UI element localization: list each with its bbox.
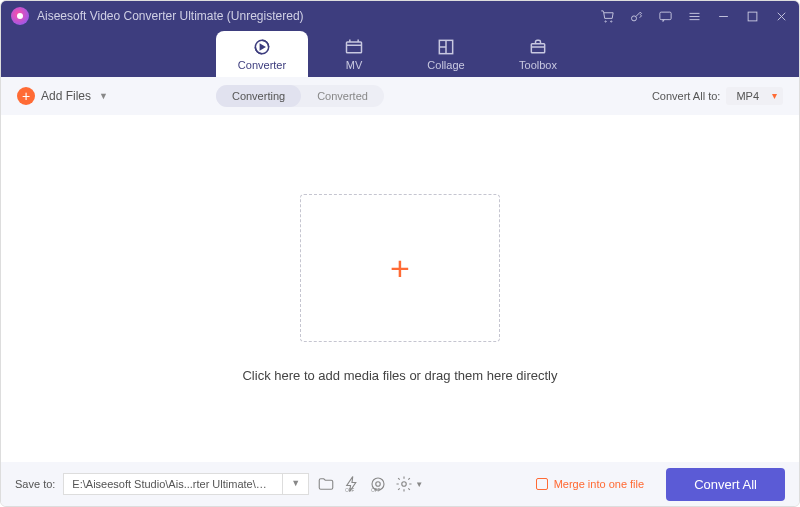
dropzone-plus-icon: + bbox=[390, 249, 410, 288]
merge-label: Merge into one file bbox=[554, 478, 645, 490]
save-path-field[interactable]: E:\Aiseesoft Studio\Ais...rter Ultimate\… bbox=[63, 473, 283, 495]
svg-text:OFF: OFF bbox=[372, 488, 381, 493]
tab-converter-label: Converter bbox=[238, 59, 286, 71]
svg-rect-3 bbox=[660, 12, 671, 20]
footer: Save to: E:\Aiseesoft Studio\Ais...rter … bbox=[1, 462, 799, 506]
segment-converted[interactable]: Converted bbox=[301, 85, 384, 107]
tab-collage[interactable]: Collage bbox=[400, 31, 492, 77]
status-segment: Converting Converted bbox=[216, 85, 384, 107]
convert-all-label: Convert All to: bbox=[652, 90, 720, 102]
svg-rect-7 bbox=[347, 42, 362, 53]
svg-point-1 bbox=[611, 20, 612, 21]
tab-converter[interactable]: Converter bbox=[216, 31, 308, 77]
svg-point-12 bbox=[376, 482, 381, 487]
tab-toolbox[interactable]: Toolbox bbox=[492, 31, 584, 77]
save-to-label: Save to: bbox=[15, 478, 55, 490]
merge-checkbox[interactable]: Merge into one file bbox=[536, 478, 645, 490]
svg-rect-9 bbox=[531, 44, 544, 53]
hardware-accel-icon[interactable]: OFF bbox=[343, 475, 361, 493]
window-title: Aiseesoft Video Converter Ultimate (Unre… bbox=[37, 9, 304, 23]
add-files-label: Add Files bbox=[41, 89, 91, 103]
key-icon[interactable] bbox=[629, 9, 644, 24]
checkbox-icon bbox=[536, 478, 548, 490]
save-path-dropdown[interactable]: ▼ bbox=[283, 473, 309, 495]
chevron-down-icon: ▼ bbox=[99, 91, 108, 101]
app-logo-icon bbox=[11, 7, 29, 25]
minimize-icon[interactable] bbox=[716, 9, 731, 24]
toolbar: + Add Files ▼ Converting Converted Conve… bbox=[1, 77, 799, 115]
close-icon[interactable] bbox=[774, 9, 789, 24]
svg-text:OFF: OFF bbox=[346, 488, 355, 493]
tab-collage-label: Collage bbox=[427, 59, 464, 71]
add-files-button[interactable]: + Add Files ▼ bbox=[17, 87, 108, 105]
segment-converting[interactable]: Converting bbox=[216, 85, 301, 107]
output-format-select[interactable]: MP4 bbox=[726, 87, 783, 105]
maximize-icon[interactable] bbox=[745, 9, 760, 24]
high-speed-icon[interactable]: OFF bbox=[369, 475, 387, 493]
svg-point-14 bbox=[402, 482, 407, 487]
feedback-icon[interactable] bbox=[658, 9, 673, 24]
tab-mv[interactable]: MV bbox=[308, 31, 400, 77]
svg-rect-4 bbox=[748, 12, 757, 21]
cart-icon[interactable] bbox=[600, 9, 615, 24]
convert-all-button[interactable]: Convert All bbox=[666, 468, 785, 501]
settings-icon[interactable] bbox=[395, 475, 413, 493]
main-area: + Click here to add media files or drag … bbox=[1, 115, 799, 462]
menu-icon[interactable] bbox=[687, 9, 702, 24]
open-folder-icon[interactable] bbox=[317, 475, 335, 493]
main-tabs: Converter MV Collage Toolbox bbox=[1, 31, 799, 77]
svg-point-2 bbox=[632, 15, 637, 20]
tab-toolbox-label: Toolbox bbox=[519, 59, 557, 71]
tab-mv-label: MV bbox=[346, 59, 363, 71]
settings-chevron-icon[interactable]: ▼ bbox=[415, 480, 423, 489]
dropzone[interactable]: + bbox=[300, 194, 500, 342]
plus-icon: + bbox=[17, 87, 35, 105]
svg-marker-6 bbox=[260, 45, 264, 50]
titlebar: Aiseesoft Video Converter Ultimate (Unre… bbox=[1, 1, 799, 77]
dropzone-hint: Click here to add media files or drag th… bbox=[242, 368, 557, 383]
svg-point-0 bbox=[605, 20, 606, 21]
